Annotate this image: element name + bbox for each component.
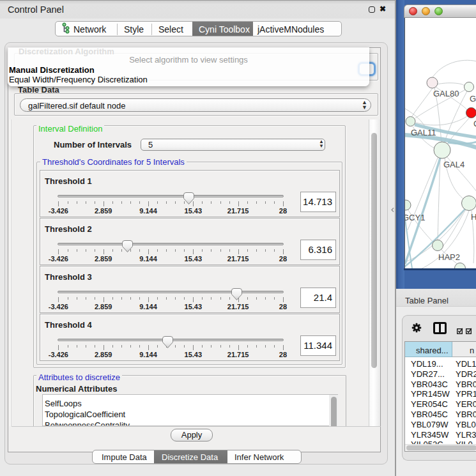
svg-text:GAL4: GAL4	[443, 160, 464, 169]
svg-text:GCY1: GCY1	[405, 213, 425, 222]
svg-text:HAP2: HAP2	[438, 252, 460, 262]
svg-text:GAL80: GAL80	[433, 89, 459, 98]
svg-text:H: H	[471, 212, 476, 222]
svg-text:C: C	[473, 119, 476, 128]
svg-text:G.: G.	[470, 94, 476, 104]
svg-text:GAL11: GAL11	[411, 128, 436, 137]
